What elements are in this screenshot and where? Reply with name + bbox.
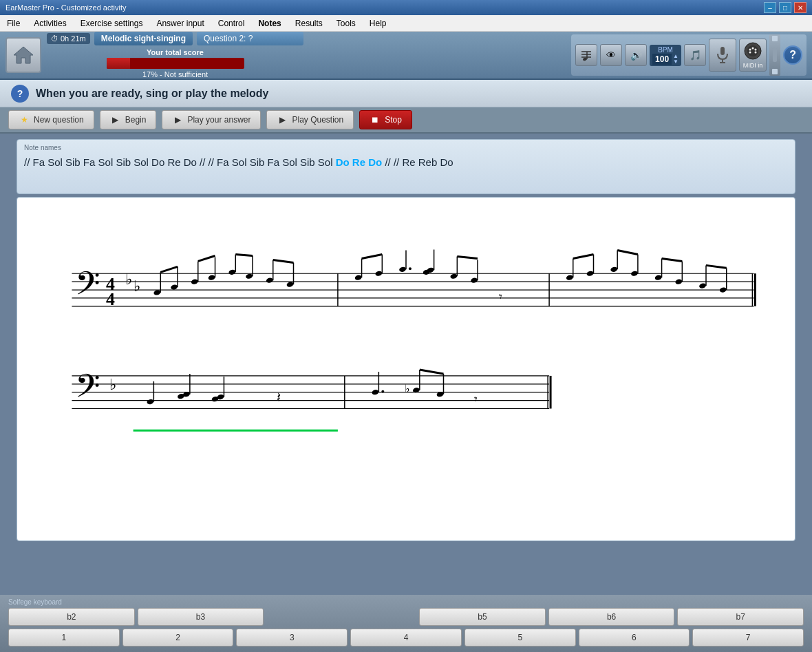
play-answer-label: Play your answer: [187, 115, 250, 125]
audio-button[interactable]: 🔊: [625, 44, 647, 66]
note: [170, 284, 178, 290]
bass-clef-2: 𝄢: [75, 368, 100, 412]
home-button[interactable]: [6, 37, 41, 73]
play-question-label: Play Question: [292, 115, 343, 125]
play-question-button[interactable]: ▶ Play Question: [266, 110, 354, 129]
play-answer-icon: ▶: [172, 114, 183, 125]
solfege-1-key[interactable]: 1: [8, 629, 120, 646]
svg-line-51: [617, 251, 638, 255]
question-text: Question 2: ?: [204, 34, 253, 43]
score-bar: [107, 58, 130, 69]
microphone-button[interactable]: [709, 39, 736, 72]
begin-icon: ▶: [110, 114, 121, 125]
sheet-music-area: 𝄢 4 4 ♭ ♭: [17, 197, 795, 541]
solfege-row-2: 1 2 3 4 5 6 7: [8, 629, 804, 646]
maximize-button[interactable]: □: [779, 2, 791, 13]
menu-results[interactable]: Results: [288, 17, 330, 30]
solfege-4-key[interactable]: 4: [350, 629, 462, 646]
note: [654, 275, 662, 281]
quarter-rest: 𝄽: [277, 392, 281, 401]
solfege-b7-key[interactable]: b7: [677, 608, 804, 626]
note-text-before: // Fa Sol Sib Fa Sol Sib Sol Do Re Do //…: [24, 156, 333, 168]
begin-label: Begin: [125, 115, 147, 125]
time-sig-bottom: 4: [106, 289, 115, 309]
note: [566, 275, 573, 281]
bpm-value-row: 100 ▲ ▼: [652, 54, 679, 65]
bpm-arrows[interactable]: ▲ ▼: [673, 54, 679, 65]
menu-activities[interactable]: Activities: [27, 17, 73, 30]
note: [208, 275, 215, 281]
begin-button[interactable]: ▶ Begin: [100, 110, 157, 129]
timer-value: 0h 21m: [61, 34, 86, 43]
svg-line-36: [273, 260, 294, 262]
menu-control[interactable]: Control: [211, 17, 252, 30]
solfege-empty-1: [266, 608, 416, 626]
timer-badge: ⏱ 0h 21m: [47, 33, 90, 44]
note: [675, 279, 683, 285]
score-text: 17% - Not sufficient: [142, 70, 208, 78]
solfege-row-1: b2 b3 b5 b6 b7: [8, 608, 804, 626]
midi-icon: [743, 41, 762, 61]
score-bar-container: [107, 58, 244, 69]
top-row: ⏱ 0h 21m Melodic sight-singing Question …: [47, 32, 303, 45]
note-text-after: // // Re Reb Do: [385, 156, 453, 168]
volume-slider[interactable]: [769, 34, 780, 76]
menu-bar: File Activities Exercise settings Answer…: [0, 15, 812, 32]
note: [450, 273, 458, 280]
activity-label: Melodic sight-singing: [94, 32, 193, 45]
solfege-3-key[interactable]: 3: [236, 629, 348, 646]
solfege-7-key[interactable]: 7: [692, 629, 804, 646]
close-button[interactable]: ✕: [794, 2, 806, 13]
menu-help[interactable]: Help: [363, 17, 394, 30]
menu-tools[interactable]: Tools: [330, 17, 363, 30]
minimize-button[interactable]: –: [764, 2, 776, 13]
solfege-b5-key[interactable]: b5: [419, 608, 546, 626]
midi-in-section[interactable]: MIDI in: [739, 39, 767, 72]
svg-line-33: [235, 255, 253, 256]
bass-clef-1: 𝄢: [75, 266, 100, 309]
instruction-bar: ? When you are ready, sing or play the m…: [0, 80, 812, 107]
notation-button[interactable]: [575, 44, 597, 66]
note: [245, 273, 253, 280]
note: [191, 279, 198, 285]
bpm-label: BPM: [658, 46, 673, 54]
eye-button[interactable]: 👁: [600, 44, 622, 66]
play-your-answer-button[interactable]: ▶ Play your answer: [162, 110, 261, 129]
metronome-button[interactable]: 🎵: [684, 44, 706, 66]
clock-icon: ⏱: [51, 34, 58, 43]
solfege-b2-key[interactable]: b2: [8, 608, 135, 626]
note-names-section: Note names // Fa Sol Sib Fa Sol Sib Sol …: [17, 139, 795, 194]
flat-2: ♭: [133, 278, 140, 295]
svg-point-13: [755, 49, 757, 51]
window-title: EarMaster Pro - Customized activity: [6, 3, 126, 12]
solfege-b6-key[interactable]: b6: [548, 608, 675, 626]
svg-rect-6: [720, 47, 725, 55]
notation-icon: [579, 48, 593, 62]
menu-exercise-settings[interactable]: Exercise settings: [74, 17, 150, 30]
action-bar: ★ New question ▶ Begin ▶ Play your answe…: [0, 107, 812, 134]
title-bar: EarMaster Pro - Customized activity – □ …: [0, 0, 812, 15]
solfege-2-key[interactable]: 2: [122, 629, 234, 646]
note: [228, 269, 236, 275]
svg-line-45: [457, 257, 478, 259]
svg-line-48: [573, 255, 594, 259]
note: [630, 271, 638, 277]
solfege-6-key[interactable]: 6: [579, 629, 690, 646]
bpm-down[interactable]: ▼: [673, 59, 679, 65]
note: [586, 271, 594, 277]
flat-note: ♭: [405, 383, 410, 395]
menu-file[interactable]: File: [0, 17, 27, 30]
menu-notes[interactable]: Notes: [251, 17, 288, 30]
svg-point-15: [755, 52, 757, 54]
svg-point-12: [752, 48, 754, 50]
solfege-5-key[interactable]: 5: [464, 629, 576, 646]
menu-answer-input[interactable]: Answer input: [149, 17, 211, 30]
solfege-b3-key[interactable]: b3: [138, 608, 264, 626]
stop-label: Stop: [385, 115, 402, 125]
svg-line-57: [706, 265, 727, 268]
home-icon: [12, 44, 34, 66]
help-button[interactable]: ?: [783, 45, 802, 65]
flat-3: ♭: [109, 377, 116, 393]
new-question-button[interactable]: ★ New question: [8, 110, 94, 129]
stop-button[interactable]: ⏹ Stop: [359, 110, 412, 129]
